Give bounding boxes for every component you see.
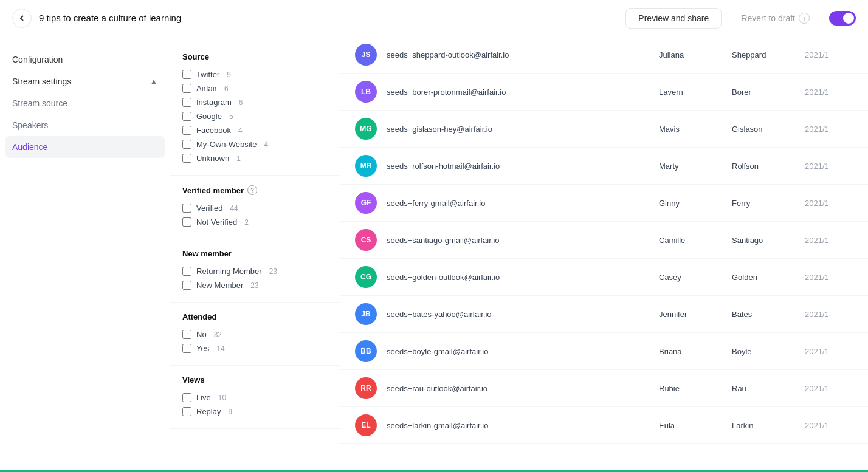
audience-date: 2021/1 bbox=[805, 347, 853, 356]
filter-label-live: Live bbox=[196, 393, 211, 402]
audience-first-name: Lavern bbox=[659, 87, 732, 97]
filter-label-facebook: Facebook bbox=[196, 126, 231, 135]
filter-checkbox-no[interactable] bbox=[182, 330, 191, 339]
table-row[interactable]: GF seeds+ferry-gmail@airfair.io Ginny Fe… bbox=[340, 185, 868, 222]
filter-item-returning-member[interactable]: Returning Member 23 bbox=[182, 264, 328, 278]
filter-label-unknown: Unknown bbox=[196, 154, 229, 163]
table-row[interactable]: CS seeds+santiago-gmail@airfair.io Camil… bbox=[340, 222, 868, 259]
filter-item-replay[interactable]: Replay 9 bbox=[182, 405, 328, 419]
filter-group-attended-title: Attended bbox=[182, 312, 328, 321]
filter-checkbox-airfair[interactable] bbox=[182, 84, 191, 93]
audience-first-name: Rubie bbox=[659, 384, 732, 393]
table-row[interactable]: RR seeds+rau-outlook@airfair.io Rubie Ra… bbox=[340, 370, 868, 407]
filter-group-views-title: Views bbox=[182, 375, 328, 385]
filter-label-my-own-website: My-Own-Website bbox=[196, 140, 257, 149]
filter-checkbox-not-verified[interactable] bbox=[182, 217, 191, 227]
table-row[interactable]: CG seeds+golden-outlook@airfair.io Casey… bbox=[340, 259, 868, 296]
sidebar-item-configuration[interactable]: Configuration bbox=[0, 49, 170, 70]
avatar: MG bbox=[355, 118, 377, 140]
audience-date: 2021/1 bbox=[805, 125, 853, 134]
avatar: JB bbox=[355, 303, 377, 325]
filter-checkbox-my-own-website[interactable] bbox=[182, 140, 191, 149]
table-row[interactable]: BB seeds+boyle-gmail@airfair.io Briana B… bbox=[340, 333, 868, 370]
filter-group-new-member-title: New member bbox=[182, 249, 328, 258]
filter-checkbox-verified[interactable] bbox=[182, 204, 191, 213]
audience-panel: JS seeds+sheppard-outlook@airfair.io Jul… bbox=[340, 36, 868, 472]
table-row[interactable]: JS seeds+sheppard-outlook@airfair.io Jul… bbox=[340, 36, 868, 74]
filter-checkbox-live[interactable] bbox=[182, 393, 191, 402]
audience-first-name: Casey bbox=[659, 273, 732, 282]
filter-item-no[interactable]: No 32 bbox=[182, 327, 328, 341]
sidebar-item-stream-source[interactable]: Stream source bbox=[0, 92, 170, 114]
filter-checkbox-twitter[interactable] bbox=[182, 70, 191, 79]
table-row[interactable]: MR seeds+rolfson-hotmail@airfair.io Mart… bbox=[340, 148, 868, 185]
audience-last-name: Boyle bbox=[732, 347, 805, 356]
page-title: 9 tips to create a culture of learning bbox=[39, 13, 625, 23]
table-row[interactable]: MG seeds+gislason-hey@airfair.io Mavis G… bbox=[340, 111, 868, 148]
filter-count-live: 10 bbox=[218, 394, 226, 402]
table-row[interactable]: EL seeds+larkin-gmail@airfair.io Eula La… bbox=[340, 407, 868, 444]
filter-label-google: Google bbox=[196, 112, 222, 121]
audience-last-name: Sheppard bbox=[732, 50, 805, 60]
filter-count-twitter: 9 bbox=[227, 70, 231, 79]
revert-draft-button[interactable]: Revert to draft i bbox=[729, 8, 822, 29]
audience-first-name: Marty bbox=[659, 162, 732, 171]
filter-group-source: Source Twitter 9 Airfair 6 Instagram 6 bbox=[170, 43, 340, 176]
filter-checkbox-instagram[interactable] bbox=[182, 98, 191, 107]
filter-count-replay: 9 bbox=[228, 408, 232, 416]
filter-item-not-verified[interactable]: Not Verified 2 bbox=[182, 215, 328, 229]
filter-item-verified[interactable]: Verified 44 bbox=[182, 201, 328, 215]
audience-email: seeds+gislason-hey@airfair.io bbox=[387, 125, 659, 134]
filter-checkbox-yes[interactable] bbox=[182, 344, 191, 353]
filter-label-instagram: Instagram bbox=[196, 98, 232, 107]
filter-checkbox-facebook[interactable] bbox=[182, 126, 191, 135]
preview-share-button[interactable]: Preview and share bbox=[625, 8, 722, 29]
filter-item-facebook[interactable]: Facebook 4 bbox=[182, 123, 328, 137]
stream-settings-section[interactable]: Stream settings ▲ bbox=[0, 70, 170, 92]
audience-table: JS seeds+sheppard-outlook@airfair.io Jul… bbox=[340, 36, 868, 444]
stream-settings-label: Stream settings bbox=[12, 77, 71, 86]
avatar: GF bbox=[355, 192, 377, 214]
audience-last-name: Larkin bbox=[732, 421, 805, 430]
filter-checkbox-replay[interactable] bbox=[182, 407, 191, 416]
filter-checkbox-returning-member[interactable] bbox=[182, 267, 191, 276]
filter-count-new-member: 23 bbox=[250, 281, 258, 290]
filter-item-airfair[interactable]: Airfair 6 bbox=[182, 81, 328, 95]
filter-count-google: 5 bbox=[229, 112, 233, 121]
audience-date: 2021/1 bbox=[805, 421, 853, 430]
filter-checkbox-google[interactable] bbox=[182, 112, 191, 121]
filter-item-instagram[interactable]: Instagram 6 bbox=[182, 95, 328, 109]
back-button[interactable] bbox=[12, 9, 32, 28]
filter-item-live[interactable]: Live 10 bbox=[182, 391, 328, 405]
avatar: MR bbox=[355, 155, 377, 177]
sidebar: Configuration Stream settings ▲ Stream s… bbox=[0, 36, 170, 472]
main-body: Configuration Stream settings ▲ Stream s… bbox=[0, 36, 868, 472]
audience-last-name: Borer bbox=[732, 87, 805, 97]
avatar: LB bbox=[355, 81, 377, 103]
filter-label-twitter: Twitter bbox=[196, 70, 219, 79]
sidebar-item-audience[interactable]: Audience bbox=[5, 136, 165, 158]
filter-item-unknown[interactable]: Unknown 1 bbox=[182, 151, 328, 165]
filter-item-twitter[interactable]: Twitter 9 bbox=[182, 67, 328, 81]
filter-label-yes: Yes bbox=[196, 344, 209, 353]
filter-item-yes[interactable]: Yes 14 bbox=[182, 341, 328, 355]
audience-last-name: Santiago bbox=[732, 236, 805, 245]
filter-count-unknown: 1 bbox=[236, 154, 241, 163]
audience-first-name: Eula bbox=[659, 421, 732, 430]
info-icon: i bbox=[799, 13, 810, 24]
filter-group-verified: Verified member ? Verified 44 Not Verifi… bbox=[170, 176, 340, 239]
filter-item-google[interactable]: Google 5 bbox=[182, 109, 328, 123]
audience-email: seeds+boyle-gmail@airfair.io bbox=[387, 347, 659, 356]
sidebar-item-speakers[interactable]: Speakers bbox=[0, 114, 170, 136]
help-icon[interactable]: ? bbox=[247, 185, 257, 195]
audience-date: 2021/1 bbox=[805, 50, 853, 60]
filter-checkbox-new-member[interactable] bbox=[182, 281, 191, 290]
filter-item-new-member[interactable]: New Member 23 bbox=[182, 278, 328, 292]
table-row[interactable]: JB seeds+bates-yahoo@airfair.io Jennifer… bbox=[340, 296, 868, 333]
filter-item-my-own-website[interactable]: My-Own-Website 4 bbox=[182, 137, 328, 151]
publish-toggle[interactable] bbox=[829, 11, 856, 26]
filter-label-verified: Verified bbox=[196, 204, 222, 213]
audience-date: 2021/1 bbox=[805, 162, 853, 171]
filter-checkbox-unknown[interactable] bbox=[182, 154, 191, 163]
table-row[interactable]: LB seeds+borer-protonmail@airfair.io Lav… bbox=[340, 74, 868, 111]
